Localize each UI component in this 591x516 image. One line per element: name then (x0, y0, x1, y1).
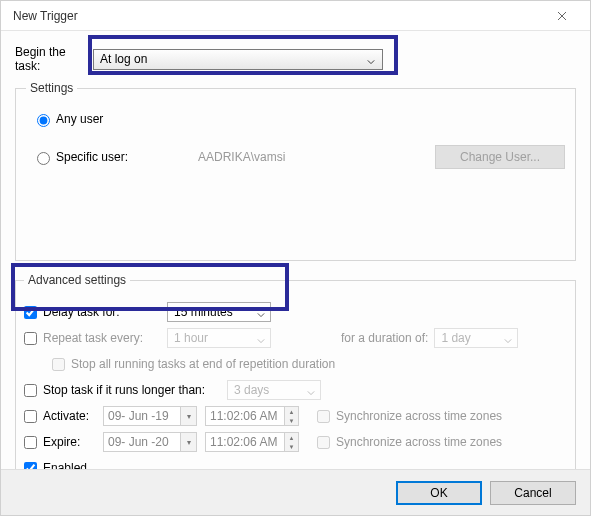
delay-task-checkbox[interactable] (24, 306, 37, 319)
activate-label: Activate: (43, 409, 97, 423)
time-spinner[interactable]: ▲▼ (285, 432, 299, 452)
repeat-task-checkbox[interactable] (24, 332, 37, 345)
stop-if-checkbox[interactable] (24, 384, 37, 397)
cancel-button[interactable]: Cancel (490, 481, 576, 505)
specific-user-radio[interactable] (37, 152, 50, 165)
window-title: New Trigger (13, 9, 542, 23)
expire-date-input[interactable] (103, 432, 181, 452)
repeat-task-select[interactable]: 1 hour (167, 328, 271, 348)
advanced-legend: Advanced settings (24, 273, 130, 287)
close-button[interactable] (542, 2, 582, 30)
activate-date-input[interactable] (103, 406, 181, 426)
stop-all-label: Stop all running tasks at end of repetit… (71, 357, 335, 371)
spin-down-icon: ▼ (285, 442, 298, 451)
spin-up-icon: ▲ (285, 433, 298, 442)
expire-time-input[interactable] (205, 432, 285, 452)
activate-sync-checkbox[interactable] (317, 410, 330, 423)
title-bar: New Trigger (1, 1, 590, 31)
delay-task-label: Delay task for: (43, 305, 161, 319)
activate-sync-label: Synchronize across time zones (336, 409, 502, 423)
spin-down-icon: ▼ (285, 416, 298, 425)
new-trigger-dialog: New Trigger Begin the task: At log on Se… (0, 0, 591, 516)
begin-task-label: Begin the task: (15, 45, 93, 73)
repeat-task-label: Repeat task every: (43, 331, 161, 345)
ok-button[interactable]: OK (396, 481, 482, 505)
stop-all-checkbox[interactable] (52, 358, 65, 371)
expire-sync-checkbox[interactable] (317, 436, 330, 449)
specific-user-label: Specific user: (56, 150, 128, 164)
expire-label: Expire: (43, 435, 97, 449)
begin-task-select[interactable]: At log on (93, 49, 383, 70)
stop-if-label: Stop task if it runs longer than: (43, 383, 221, 397)
settings-legend: Settings (26, 81, 77, 95)
dialog-footer: OK Cancel (1, 469, 590, 515)
activate-time-input[interactable] (205, 406, 285, 426)
any-user-radio[interactable] (37, 114, 50, 127)
any-user-label: Any user (56, 112, 103, 126)
specific-user-value: AADRIKA\vamsi (198, 150, 285, 164)
duration-select[interactable]: 1 day (434, 328, 518, 348)
spin-up-icon: ▲ (285, 407, 298, 416)
close-icon (557, 11, 567, 21)
stop-if-select[interactable]: 3 days (227, 380, 321, 400)
duration-label: for a duration of: (341, 331, 428, 345)
calendar-icon[interactable]: ▾ (181, 406, 197, 426)
settings-group: Settings Any user Specific user: AADRIKA… (15, 81, 576, 261)
expire-checkbox[interactable] (24, 436, 37, 449)
expire-sync-label: Synchronize across time zones (336, 435, 502, 449)
activate-checkbox[interactable] (24, 410, 37, 423)
calendar-icon[interactable]: ▾ (181, 432, 197, 452)
delay-task-select[interactable]: 15 minutes (167, 302, 271, 322)
change-user-button[interactable]: Change User... (435, 145, 565, 169)
advanced-settings-group: Advanced settings Delay task for: 15 min… (15, 273, 576, 492)
time-spinner[interactable]: ▲▼ (285, 406, 299, 426)
